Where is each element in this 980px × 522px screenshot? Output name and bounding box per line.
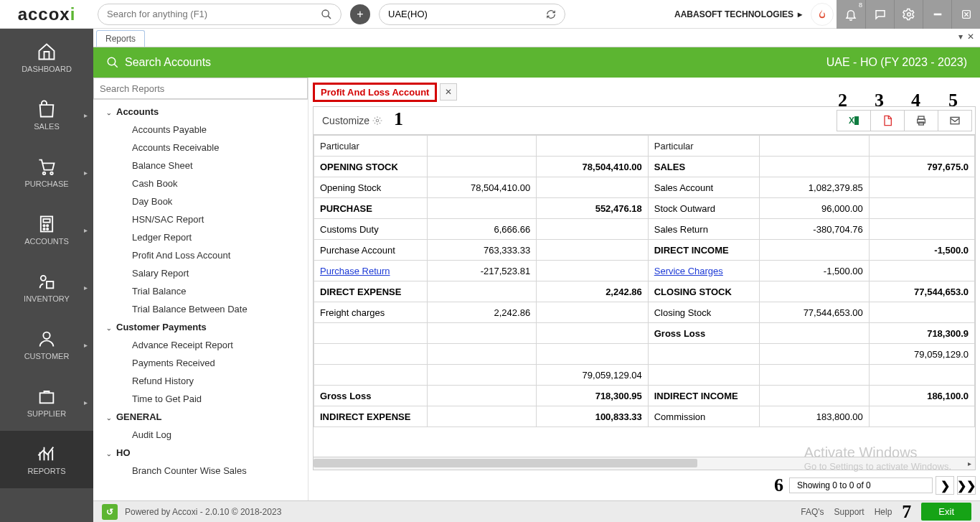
customize-button[interactable]: Customize xyxy=(316,112,388,129)
tree-item-trial-balance[interactable]: Trial Balance xyxy=(93,282,308,300)
export-pdf-button[interactable] xyxy=(870,110,905,131)
tree-item-hsn-sac-report[interactable]: HSN/SAC Report xyxy=(93,210,308,228)
branch-label: UAE(HO) xyxy=(388,9,428,19)
tree-item-balance-sheet[interactable]: Balance Sheet xyxy=(93,157,308,174)
annotation-1: 1 xyxy=(394,108,403,130)
refresh-icon xyxy=(546,9,556,19)
notification-icon[interactable]: 8 xyxy=(837,0,865,29)
link-service-charges[interactable]: Service Charges xyxy=(654,266,723,276)
add-button[interactable]: + xyxy=(350,4,370,24)
svg-point-7 xyxy=(43,172,46,175)
search-icon xyxy=(106,56,119,69)
tree-item-time-to-get-paid[interactable]: Time to Get Paid xyxy=(93,390,308,408)
footer-faq[interactable]: FAQ's xyxy=(801,507,824,517)
excel-icon: X xyxy=(849,116,859,126)
tree-item-payments-received[interactable]: Payments Received xyxy=(93,354,308,372)
notification-badge: 8 xyxy=(859,1,862,9)
footer-help[interactable]: Help xyxy=(875,507,892,517)
nav-inventory[interactable]: INVENTORY▸ xyxy=(0,258,93,316)
annotation-2: 2 xyxy=(838,90,847,111)
tree-item-branch-counter-wise-sales[interactable]: Branch Counter Wise Sales xyxy=(93,462,308,480)
tree-item-advance-receipt-report[interactable]: Advance Receipt Report xyxy=(93,336,308,354)
pager-last[interactable]: ❯❯ xyxy=(957,476,976,495)
tree-item-cash-book[interactable]: Cash Book xyxy=(93,174,308,192)
nav-dashboard[interactable]: DASHBOARD xyxy=(0,29,93,86)
svg-point-15 xyxy=(41,276,46,281)
exit-button[interactable]: Exit xyxy=(921,503,971,521)
doc-tab-pl[interactable]: Profit And Loss Account xyxy=(313,83,437,102)
print-button[interactable] xyxy=(904,110,938,131)
tree-item-trial-balance-between-date[interactable]: Trial Balance Between Date xyxy=(93,300,308,318)
pager-next[interactable]: ❯ xyxy=(936,476,954,495)
svg-line-20 xyxy=(114,64,118,67)
table-row: Gross Loss718,300.95INDIRECT INCOME186,1… xyxy=(314,386,975,406)
footer-logo-icon: ↺ xyxy=(102,504,118,520)
svg-line-1 xyxy=(328,16,331,19)
tree-item-accounts-payable[interactable]: Accounts Payable xyxy=(93,121,308,139)
tab-dropdown-icon[interactable]: ▾ xyxy=(958,32,963,42)
tree-item-salary-report[interactable]: Salary Report xyxy=(93,264,308,282)
branch-selector[interactable]: UAE(HO) xyxy=(379,4,565,25)
table-row: Customs Duty6,666.66Sales Return-380,704… xyxy=(314,219,975,240)
table-row: Purchase Account763,333.33DIRECT INCOME-… xyxy=(314,240,975,261)
tree-group-customer-payments[interactable]: Customer Payments xyxy=(93,318,308,336)
horizontal-scrollbar[interactable]: ▸ xyxy=(313,457,976,470)
doc-tab-close[interactable]: ✕ xyxy=(440,83,457,101)
footer-powered: Powered by Accoxi - 2.0.10 © 2018-2023 xyxy=(125,507,281,517)
svg-point-14 xyxy=(47,228,48,230)
svg-rect-18 xyxy=(40,393,54,403)
nav-customer[interactable]: CUSTOMER▸ xyxy=(0,316,93,373)
tab-close-icon[interactable]: ✕ xyxy=(967,32,974,42)
tab-reports[interactable]: Reports xyxy=(96,30,145,47)
annotation-5: 5 xyxy=(948,90,958,111)
nav-reports[interactable]: REPORTS xyxy=(0,431,93,488)
nav-purchase[interactable]: PURCHASE▸ xyxy=(0,144,93,201)
annotation-3: 3 xyxy=(875,90,884,111)
table-row: Gross Loss718,300.9 xyxy=(314,323,975,344)
link-purchase-return[interactable]: Purchase Return xyxy=(320,266,390,276)
svg-point-12 xyxy=(47,225,48,226)
app-logo: accoxi xyxy=(0,0,93,29)
search-accounts-label: Search Accounts xyxy=(125,56,211,69)
nav-accounts[interactable]: ACCOUNTS▸ xyxy=(0,201,93,258)
tree-item-accounts-receivable[interactable]: Accounts Receivable xyxy=(93,139,308,157)
tree-group-ho[interactable]: HO xyxy=(93,444,308,462)
table-row: PURCHASE552,476.18Stock Outward96,000.00 xyxy=(314,198,975,219)
close-window-icon[interactable] xyxy=(951,0,980,29)
table-row: 79,059,129.04 xyxy=(314,365,975,386)
annotation-7: 7 xyxy=(902,501,911,523)
fy-label: UAE - HO (FY 2023 - 2023) xyxy=(826,56,967,69)
global-search[interactable] xyxy=(98,4,341,25)
svg-point-8 xyxy=(50,172,53,175)
table-row: OPENING STOCK78,504,410.00SALES797,675.0 xyxy=(314,157,975,177)
svg-rect-3 xyxy=(934,14,941,14)
tree-item-refund-history[interactable]: Refund History xyxy=(93,372,308,390)
settings-icon[interactable] xyxy=(894,0,923,29)
svg-point-11 xyxy=(43,225,44,226)
annotation-6: 6 xyxy=(774,475,783,496)
svg-rect-10 xyxy=(43,219,50,223)
tree-group-accounts[interactable]: Accounts xyxy=(93,103,308,121)
tree-item-audit-log[interactable]: Audit Log xyxy=(93,426,308,444)
email-button[interactable] xyxy=(938,110,972,131)
export-excel-button[interactable]: X xyxy=(837,110,871,131)
table-row: INDIRECT EXPENSE100,833.33Commission183,… xyxy=(314,406,975,427)
svg-point-13 xyxy=(43,228,44,230)
company-name[interactable]: AABASOFT TECHNOLOGIES ▸ xyxy=(674,9,802,19)
tree-group-general[interactable]: GENERAL xyxy=(93,408,308,426)
tree-item-ledger-report[interactable]: Ledger Report xyxy=(93,228,308,246)
flame-icon[interactable] xyxy=(811,3,834,26)
minimize-icon[interactable] xyxy=(923,0,951,29)
tree-item-profit-and-loss-account[interactable]: Profit And Loss Account xyxy=(93,246,308,264)
search-accounts[interactable]: Search Accounts xyxy=(106,56,211,69)
global-search-input[interactable] xyxy=(107,9,321,19)
nav-supplier[interactable]: SUPPLIER▸ xyxy=(0,373,93,431)
footer-support[interactable]: Support xyxy=(834,507,864,517)
col-right-particular: Particular xyxy=(648,136,760,157)
search-reports-input[interactable] xyxy=(93,78,308,99)
tree-item-day-book[interactable]: Day Book xyxy=(93,192,308,210)
nav-sales[interactable]: SALES▸ xyxy=(0,86,93,144)
svg-rect-26 xyxy=(951,117,959,123)
col-left-particular: Particular xyxy=(314,136,428,157)
chat-icon[interactable] xyxy=(865,0,894,29)
